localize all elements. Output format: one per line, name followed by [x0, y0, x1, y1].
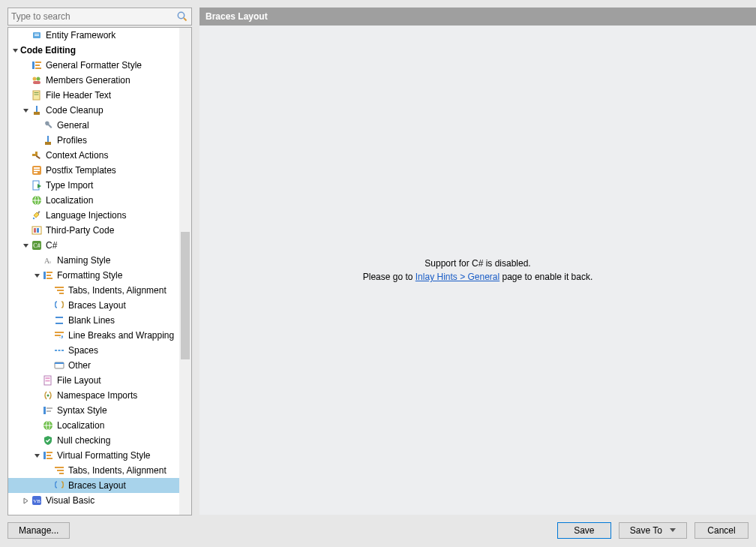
tabs-icon: [53, 284, 65, 296]
tree-item[interactable]: Blank Lines: [8, 313, 179, 328]
syntax-icon: [42, 404, 54, 416]
other-icon: [53, 359, 65, 371]
tree-item[interactable]: General: [8, 118, 179, 133]
svg-rect-55: [55, 332, 64, 333]
svg-rect-53: [56, 317, 63, 318]
chevron-down-icon: [670, 528, 676, 533]
tree-item[interactable]: Context Actions: [8, 148, 179, 163]
svg-rect-72: [46, 452, 52, 453]
tree-item-label: Code Editing: [20, 45, 76, 56]
svg-rect-47: [46, 272, 52, 273]
tree-scrollbar-thumb[interactable]: [181, 232, 190, 359]
tree-item[interactable]: Profiles: [8, 133, 179, 148]
tree-item[interactable]: Language Injections: [8, 208, 179, 223]
tree-item-label: Postfix Templates: [46, 165, 116, 176]
svg-line-1: [184, 18, 187, 21]
tree-item[interactable]: Third-Party Code: [8, 223, 179, 238]
svg-rect-6: [35, 62, 41, 63]
svg-rect-52: [59, 293, 64, 294]
tree-item[interactable]: Entity Framework: [8, 28, 179, 43]
caret-down-icon[interactable]: [22, 107, 29, 114]
spaces-icon: [53, 344, 65, 356]
tree-item-label: Virtual Formatting Style: [57, 450, 151, 461]
caret-right-icon[interactable]: [22, 497, 29, 504]
tree-item[interactable]: File Header Text: [8, 88, 179, 103]
local-icon: [42, 419, 54, 431]
svg-rect-8: [35, 68, 41, 69]
tree-item[interactable]: Code Editing: [8, 43, 179, 58]
broom-icon: [31, 104, 43, 116]
svg-rect-12: [33, 91, 40, 100]
tree-item-label: Blank Lines: [68, 315, 115, 326]
svg-rect-71: [44, 452, 46, 459]
tree-item[interactable]: Postfix Templates: [8, 163, 179, 178]
svg-rect-56: [55, 335, 61, 336]
filelay-icon: [42, 374, 54, 386]
tree-item-label: Code Cleanup: [46, 105, 104, 116]
tree-item[interactable]: Spaces: [8, 343, 179, 358]
page-icon: [31, 89, 43, 101]
svg-rect-41: [37, 228, 39, 233]
svg-rect-77: [59, 473, 64, 474]
caret-down-icon[interactable]: [33, 452, 40, 459]
svg-rect-40: [34, 228, 36, 233]
tree-item[interactable]: Other: [8, 358, 179, 373]
tree-item-label: Visual Basic: [46, 495, 94, 506]
svg-rect-54: [56, 323, 63, 324]
content-title: Braces Layout: [206, 11, 268, 22]
tree-item[interactable]: Localization: [8, 193, 179, 208]
tree-item[interactable]: VBVisual Basic: [8, 493, 179, 508]
tree-item[interactable]: Localization: [8, 418, 179, 433]
tree-item[interactable]: Line Breaks and Wrapping: [8, 328, 179, 343]
tree-item[interactable]: Virtual Formatting Style: [8, 448, 179, 463]
save-button[interactable]: Save: [557, 522, 611, 539]
svg-point-10: [37, 77, 40, 81]
cancel-button[interactable]: Cancel: [694, 522, 748, 539]
inlay-hints-general-link[interactable]: Inlay Hints > General: [416, 272, 500, 282]
tree-item[interactable]: Type Import: [8, 178, 179, 193]
tree-item[interactable]: Braces Layout: [8, 478, 179, 493]
tree-item-label: Entity Framework: [46, 30, 116, 41]
tree-item-label: Naming Style: [57, 255, 110, 266]
tree-item[interactable]: File Layout: [8, 373, 179, 388]
tree-item[interactable]: Null checking: [8, 433, 179, 448]
save-to-button[interactable]: Save To: [619, 522, 687, 539]
svg-rect-32: [34, 170, 40, 171]
svg-rect-76: [57, 470, 64, 471]
svg-rect-11: [33, 81, 40, 84]
tree-item[interactable]: Code Cleanup: [8, 103, 179, 118]
svg-rect-5: [32, 62, 34, 69]
svg-rect-31: [34, 167, 40, 169]
tree-item[interactable]: AaNaming Style: [8, 253, 179, 268]
tree-item[interactable]: Syntax Style: [8, 403, 179, 418]
tree-item[interactable]: Members Generation: [8, 73, 179, 88]
tree-item[interactable]: Formatting Style: [8, 268, 179, 283]
tree-item-label: Null checking: [57, 435, 110, 446]
caret-down-icon[interactable]: [33, 272, 40, 279]
tree-item[interactable]: Tabs, Indents, Alignment: [8, 283, 179, 298]
search-icon[interactable]: [176, 11, 188, 23]
manage-button[interactable]: Manage...: [8, 522, 70, 539]
tree-item-label: Language Injections: [46, 210, 126, 221]
tree-item[interactable]: C#C#: [8, 238, 179, 253]
search-input[interactable]: [8, 9, 176, 24]
wrap-icon: [53, 329, 65, 341]
nav-tree[interactable]: Entity FrameworkCode EditingGeneral Form…: [8, 28, 179, 515]
svg-rect-20: [36, 106, 38, 112]
tree-scrollbar[interactable]: [179, 28, 191, 515]
tree-item[interactable]: Tabs, Indents, Alignment: [8, 463, 179, 478]
svg-text:C#: C#: [33, 242, 40, 249]
tree-item-label: Third-Party Code: [46, 225, 114, 236]
caret-down-icon[interactable]: [22, 242, 29, 249]
svg-rect-61: [55, 362, 64, 364]
vb-icon: VB: [31, 494, 43, 506]
disabled-message: Support for C# is disabled. Please go to…: [363, 257, 593, 284]
search-box[interactable]: [8, 8, 192, 26]
tree-item[interactable]: General Formatter Style: [8, 58, 179, 73]
svg-rect-29: [36, 155, 40, 159]
tree-item[interactable]: Namespace Imports: [8, 388, 179, 403]
tree-item-label: Type Import: [46, 180, 93, 191]
tree-item[interactable]: Braces Layout: [8, 298, 179, 313]
svg-rect-50: [55, 287, 64, 288]
caret-down-icon[interactable]: [11, 47, 19, 54]
